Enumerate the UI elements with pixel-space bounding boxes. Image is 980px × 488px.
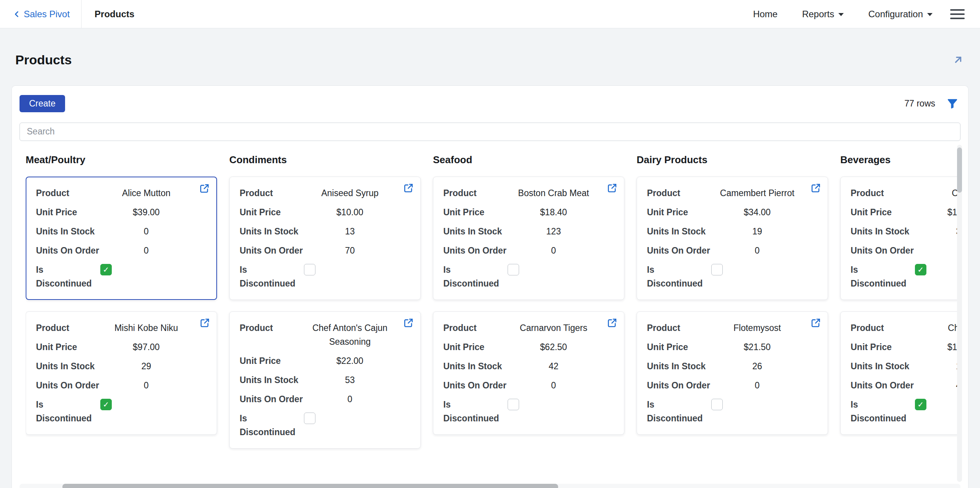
units-on-order-field-label: Units On Order	[647, 244, 711, 257]
open-record-icon[interactable]	[403, 318, 413, 328]
units-in-stock-value: 17	[915, 359, 960, 373]
column-header: Dairy Products	[637, 154, 828, 166]
rows-count: 77 rows	[904, 98, 935, 109]
product-field-label: Product	[36, 186, 100, 200]
units-on-order-field-label: Units On Order	[240, 392, 304, 406]
product-name-value: Chang	[915, 321, 960, 335]
units-in-stock-field-label: Units In Stock	[443, 359, 508, 373]
is-discontinued-checkbox[interactable]	[508, 264, 519, 275]
product-field-label: Product	[851, 186, 915, 200]
units-in-stock-field-label: Units In Stock	[647, 359, 711, 373]
open-record-icon[interactable]	[200, 318, 210, 328]
open-record-icon[interactable]	[199, 183, 209, 193]
filter-button[interactable]	[944, 96, 960, 112]
product-card[interactable]: Product Flotemysost Unit Price $21.50 Un…	[637, 311, 828, 435]
units-on-order-value: 0	[711, 378, 803, 392]
unit-price-value: $97.00	[100, 340, 192, 354]
units-in-stock-field-label: Units In Stock	[443, 224, 508, 238]
is-discontinued-field-label: Is Discontinued	[36, 263, 100, 290]
product-card[interactable]: Product Camembert Pierrot Unit Price $34…	[637, 177, 828, 300]
chevron-left-icon	[13, 10, 21, 18]
units-on-order-value: 0	[100, 244, 192, 257]
is-discontinued-checkbox[interactable]	[711, 264, 723, 275]
product-card[interactable]: Product Chang Unit Price $19.00 Units In…	[840, 311, 960, 435]
units-in-stock-field-label: Units In Stock	[240, 373, 304, 387]
column-header: Beverages	[840, 154, 960, 166]
unit-price-field-label: Unit Price	[240, 354, 304, 368]
nav-item-reports[interactable]: Reports	[802, 9, 844, 20]
product-field-label: Product	[443, 321, 508, 335]
product-card[interactable]: Product Chai Unit Price $18.00 Units In …	[840, 177, 960, 300]
product-card[interactable]: Product Aniseed Syrup Unit Price $10.00 …	[229, 177, 421, 300]
main-area: Products Create 77 rows Meat/Poultry	[0, 28, 980, 488]
product-card[interactable]: Product Boston Crab Meat Unit Price $18.…	[433, 177, 624, 300]
is-discontinued-checkbox[interactable]	[100, 399, 112, 410]
hamburger-menu-icon[interactable]	[949, 8, 965, 21]
product-field-label: Product	[647, 321, 711, 335]
kanban-column: Condiments Product Aniseed Syrup Unit Pr…	[229, 152, 421, 484]
column-cards: Product Boston Crab Meat Unit Price $18.…	[433, 177, 624, 435]
units-in-stock-value: 42	[508, 359, 599, 373]
products-panel: Create 77 rows Meat/Poultry Product Alic…	[11, 85, 969, 488]
unit-price-value: $18.40	[508, 205, 599, 219]
unit-price-field-label: Unit Price	[36, 205, 100, 219]
arrow-up-right-icon[interactable]	[953, 55, 963, 65]
units-on-order-field-label: Units On Order	[36, 244, 100, 257]
unit-price-field-label: Unit Price	[36, 340, 100, 354]
units-on-order-field-label: Units On Order	[240, 244, 304, 257]
product-field-label: Product	[647, 186, 711, 200]
product-name-value: Chai	[915, 186, 960, 200]
units-on-order-value: 0	[508, 378, 599, 392]
is-discontinued-field-label: Is Discontinued	[647, 263, 711, 290]
chevron-down-icon	[838, 13, 844, 16]
open-record-icon[interactable]	[403, 183, 413, 193]
unit-price-field-label: Unit Price	[851, 340, 915, 354]
open-record-icon[interactable]	[607, 183, 617, 193]
is-discontinued-checkbox[interactable]	[304, 413, 315, 424]
is-discontinued-checkbox[interactable]	[915, 399, 926, 410]
top-navbar: Sales Pivot Products Home Reports Config…	[0, 0, 980, 28]
back-link[interactable]: Sales Pivot	[13, 9, 70, 20]
is-discontinued-checkbox[interactable]	[100, 264, 112, 275]
horizontal-scrollbar-thumb[interactable]	[62, 484, 558, 488]
column-cards: Product Aniseed Syrup Unit Price $10.00 …	[229, 177, 421, 449]
unit-price-field-label: Unit Price	[647, 340, 711, 354]
product-card[interactable]: Product Carnarvon Tigers Unit Price $62.…	[433, 311, 624, 435]
product-card[interactable]: Product Alice Mutton Unit Price $39.00 U…	[26, 177, 217, 300]
product-field-label: Product	[443, 186, 508, 200]
open-record-icon[interactable]	[811, 318, 821, 328]
kanban-columns: Meat/Poultry Product Alice Mutton Unit P…	[26, 152, 960, 484]
horizontal-scrollbar	[20, 484, 960, 488]
is-discontinued-field-label: Is Discontinued	[240, 411, 304, 439]
product-name-value: Aniseed Syrup	[304, 186, 396, 200]
product-name-value: Flotemysost	[711, 321, 803, 335]
toolbar-right: 77 rows	[904, 96, 960, 112]
nav-item-configuration[interactable]: Configuration	[868, 9, 933, 20]
column-header: Meat/Poultry	[26, 154, 217, 166]
open-record-icon[interactable]	[607, 318, 617, 328]
is-discontinued-checkbox[interactable]	[711, 399, 723, 410]
kanban-board: Meat/Poultry Product Alice Mutton Unit P…	[20, 152, 960, 484]
product-field-label: Product	[36, 321, 100, 335]
unit-price-field-label: Unit Price	[443, 340, 508, 354]
open-record-icon[interactable]	[811, 183, 821, 193]
vertical-scrollbar-thumb[interactable]	[957, 147, 962, 193]
product-field-label: Product	[851, 321, 915, 335]
back-link-label: Sales Pivot	[24, 9, 70, 20]
product-name-value: Chef Anton's Cajun Seasoning	[304, 321, 396, 349]
kanban-column: Meat/Poultry Product Alice Mutton Unit P…	[26, 152, 217, 484]
product-card[interactable]: Product Mishi Kobe Niku Unit Price $97.0…	[26, 311, 217, 435]
unit-price-value: $22.00	[304, 354, 396, 368]
nav-item-home[interactable]: Home	[753, 9, 777, 20]
is-discontinued-checkbox[interactable]	[508, 399, 519, 410]
page-header: Products	[0, 28, 980, 85]
create-button[interactable]: Create	[20, 95, 65, 112]
units-in-stock-value: 19	[711, 224, 803, 238]
column-cards: Product Camembert Pierrot Unit Price $34…	[637, 177, 828, 435]
product-card[interactable]: Product Chef Anton's Cajun Seasoning Uni…	[229, 311, 421, 449]
is-discontinued-checkbox[interactable]	[304, 264, 315, 275]
search-input[interactable]	[20, 123, 960, 141]
is-discontinued-field-label: Is Discontinued	[647, 398, 711, 425]
unit-price-value: $18.00	[915, 205, 960, 219]
is-discontinued-checkbox[interactable]	[915, 264, 926, 275]
